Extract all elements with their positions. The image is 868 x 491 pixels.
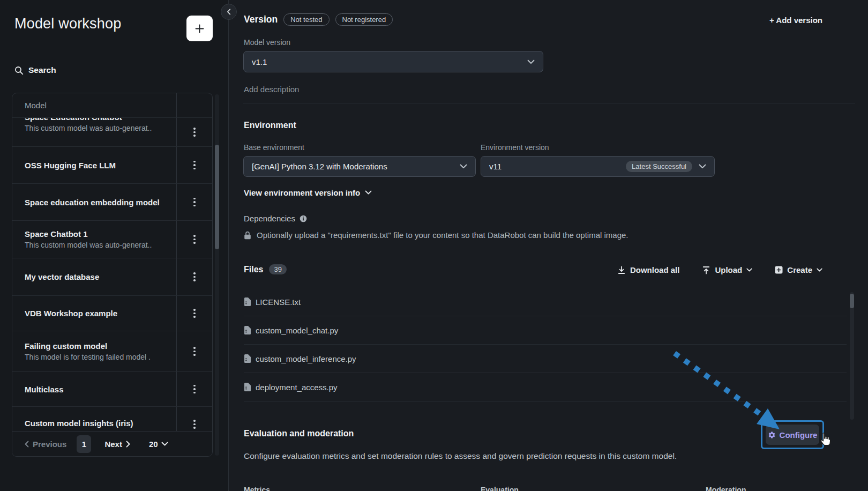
model-name: OSS Hugging Face LLM xyxy=(25,161,176,170)
metrics-label: Metrics xyxy=(244,486,270,491)
kebab-icon xyxy=(193,235,196,244)
table-row[interactable]: OSS Hugging Face LLM xyxy=(12,146,212,183)
kebab-icon xyxy=(193,347,196,356)
environment-version-select[interactable]: v11 Latest Successful xyxy=(481,156,715,177)
search-button[interactable]: Search xyxy=(14,65,56,75)
create-label: Create xyxy=(787,265,812,274)
table-row[interactable]: My vector database xyxy=(12,258,212,295)
add-version-button[interactable]: + Add version xyxy=(769,16,822,25)
file-name: custom_model_chat.py xyxy=(256,326,338,335)
model-name: Space education embedding model xyxy=(25,198,176,207)
download-all-label: Download all xyxy=(630,265,680,274)
environment-version-value: v11 xyxy=(489,162,502,171)
download-icon xyxy=(617,266,626,274)
next-page-button[interactable]: Next xyxy=(104,440,130,449)
view-environment-info-toggle[interactable]: View environment version info xyxy=(244,188,372,197)
sidebar: Model workshop Search Model Space Educat… xyxy=(0,0,229,491)
files-scrollbar[interactable] xyxy=(850,292,854,420)
annotation-highlight-box: Configure xyxy=(761,420,824,449)
evaluation-description: Configure evaluation metrics and set mod… xyxy=(244,451,677,461)
row-menu-button[interactable] xyxy=(176,372,212,406)
sidebar-scrollbar-thumb[interactable] xyxy=(215,145,219,249)
row-menu-button[interactable] xyxy=(176,118,212,146)
file-icon xyxy=(244,297,251,306)
kebab-icon xyxy=(193,161,196,170)
pagination: Previous 1 Next 20 xyxy=(12,431,212,456)
chevron-down-icon xyxy=(365,190,372,195)
model-description: This custom model was auto-generat.. xyxy=(25,124,176,132)
info-icon[interactable] xyxy=(300,215,307,222)
model-table: Model Space Education Chatbot This custo… xyxy=(12,93,213,457)
environment-title: Environment xyxy=(244,121,296,130)
model-name: Multiclass xyxy=(25,385,176,394)
row-menu-button[interactable] xyxy=(176,331,212,371)
chevron-down-icon xyxy=(161,442,168,446)
chevron-down-icon xyxy=(527,59,535,64)
file-icon xyxy=(244,383,251,391)
file-row[interactable]: deployment_access.py xyxy=(244,373,847,401)
chevron-down-icon xyxy=(746,268,752,272)
latest-successful-badge: Latest Successful xyxy=(626,161,692,172)
kebab-icon xyxy=(193,385,196,394)
kebab-icon xyxy=(193,420,196,429)
table-header-row: Model xyxy=(12,93,212,117)
page-size-select[interactable]: 20 xyxy=(149,440,168,449)
model-description: This model is for testing failed model . xyxy=(25,353,176,361)
row-menu-button[interactable] xyxy=(176,221,212,258)
page-title: Model workshop xyxy=(14,16,121,32)
upload-button[interactable]: Upload xyxy=(702,265,752,274)
table-row[interactable]: VDB Workshop example xyxy=(12,295,212,331)
download-all-button[interactable]: Download all xyxy=(617,265,680,274)
file-row[interactable]: LICENSE.txt xyxy=(244,288,847,316)
previous-page-button[interactable]: Previous xyxy=(25,440,66,449)
configure-button[interactable]: Configure xyxy=(766,425,819,445)
page-number-button[interactable]: 1 xyxy=(77,435,91,453)
version-header: Version Not tested Not registered xyxy=(244,13,393,26)
row-menu-button[interactable] xyxy=(176,147,212,183)
model-name: VDB Workshop example xyxy=(25,309,176,318)
sidebar-scrollbar[interactable] xyxy=(215,94,219,456)
kebab-icon xyxy=(193,272,196,281)
model-name: My vector database xyxy=(25,272,176,281)
chevron-left-icon xyxy=(25,441,29,448)
chevron-right-icon xyxy=(126,441,130,448)
dependencies-note-text: Optionally upload a "requirements.txt" f… xyxy=(257,230,628,240)
base-environment-label: Base environment xyxy=(244,143,304,152)
row-menu-button[interactable] xyxy=(176,184,212,220)
file-name: custom_model_inference.py xyxy=(256,354,356,363)
environment-version-label: Environment version xyxy=(481,143,549,152)
next-label: Next xyxy=(104,440,122,449)
add-model-button[interactable] xyxy=(186,16,213,41)
page-size-value: 20 xyxy=(149,440,158,449)
table-row[interactable]: Failing custom model This model is for t… xyxy=(12,331,212,371)
table-row[interactable]: Multiclass xyxy=(12,371,212,406)
model-name: Space Education Chatbot xyxy=(25,117,176,122)
create-button[interactable]: Create xyxy=(775,265,822,274)
table-row[interactable]: Space Chatbot 1 This custom model was au… xyxy=(12,220,212,258)
files-scrollbar-thumb[interactable] xyxy=(850,294,854,308)
row-menu-button[interactable] xyxy=(176,258,212,295)
version-title: Version xyxy=(244,14,278,25)
file-row[interactable]: custom_model_chat.py xyxy=(244,316,847,345)
table-row[interactable]: Space education embedding model xyxy=(12,183,212,220)
row-menu-button[interactable] xyxy=(176,296,212,331)
app-root: Model workshop Search Model Space Educat… xyxy=(0,0,868,491)
file-row[interactable]: custom_model_inference.py xyxy=(244,345,847,373)
file-icon xyxy=(244,326,251,334)
file-list: LICENSE.txt custom_model_chat.py custom_… xyxy=(244,288,847,401)
model-description: This custom model was auto-generat.. xyxy=(25,241,176,249)
files-header: Files 39 xyxy=(244,264,287,274)
configure-label: Configure xyxy=(780,430,818,440)
upload-icon xyxy=(702,266,710,274)
model-version-select[interactable]: v1.1 xyxy=(243,51,543,72)
previous-label: Previous xyxy=(33,440,66,449)
table-row[interactable]: Space Education Chatbot This custom mode… xyxy=(12,117,212,146)
model-name: Custom model insights (iris) xyxy=(25,419,176,428)
file-name: LICENSE.txt xyxy=(256,297,301,307)
add-description-button[interactable]: Add description xyxy=(244,85,299,94)
base-environment-select[interactable]: [GenAI] Python 3.12 with Moderations xyxy=(243,156,476,177)
collapse-sidebar-button[interactable] xyxy=(221,4,237,20)
evaluation-title: Evaluation and moderation xyxy=(244,429,354,438)
files-title: Files xyxy=(244,265,263,274)
gear-icon xyxy=(768,431,776,439)
